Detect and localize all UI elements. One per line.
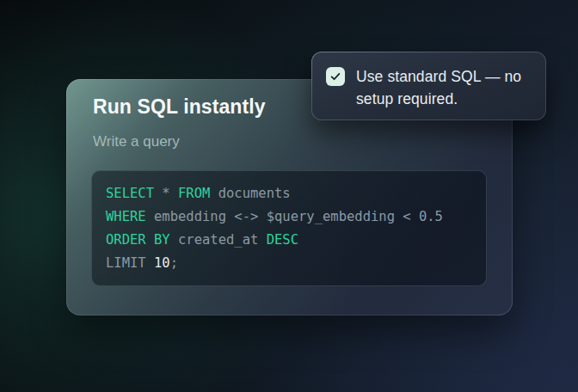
code-line: LIMIT 10; — [106, 252, 472, 275]
standard-sql-checkbox[interactable] — [326, 67, 345, 86]
code-line: ORDER BY created_at DESC — [106, 229, 472, 252]
sql-callout: Use standard SQL — no setup required. — [311, 52, 546, 120]
callout-text: Use standard SQL — no setup required. — [356, 65, 528, 110]
card-title: Run SQL instantly — [93, 94, 266, 119]
hero-background: Run SQL instantly Write a query SELECT *… — [0, 0, 578, 392]
sql-query-editor[interactable]: SELECT * FROM documentsWHERE embedding <… — [91, 170, 487, 286]
checkmark-icon — [329, 70, 341, 83]
code-line: SELECT * FROM documents — [106, 182, 472, 205]
card-subtitle: Write a query — [93, 132, 180, 152]
code-line: WHERE embedding <-> $query_embedding < 0… — [106, 205, 472, 229]
sql-code: SELECT * FROM documentsWHERE embedding <… — [106, 182, 472, 275]
